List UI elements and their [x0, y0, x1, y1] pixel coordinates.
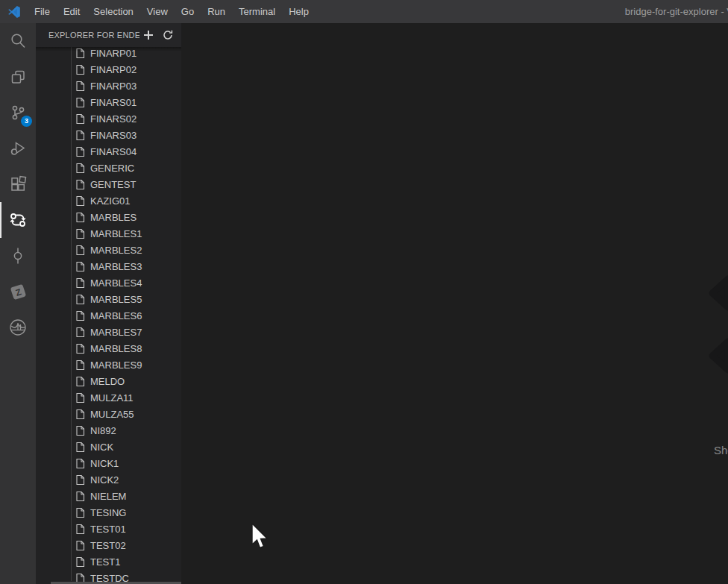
commit-line-icon: [9, 247, 27, 265]
search-icon: [9, 32, 27, 50]
extensions-icon: [9, 175, 27, 193]
tree-item[interactable]: MARBLES2: [36, 242, 181, 258]
file-icon: [75, 212, 85, 223]
tree-item[interactable]: MARBLES8: [36, 340, 181, 357]
tree-item[interactable]: MARBLES4: [36, 274, 181, 291]
tree-item-label: TEST1: [90, 556, 120, 568]
file-icon: [75, 392, 85, 404]
bridge-globe-icon: [8, 318, 28, 337]
tree-item[interactable]: FINARP03: [36, 78, 181, 94]
activitybar-item-commit-plumb[interactable]: [0, 238, 36, 274]
file-icon: [75, 277, 85, 289]
menu-terminal[interactable]: Terminal: [232, 4, 282, 19]
add-button[interactable]: [139, 26, 157, 44]
file-icon: [75, 327, 85, 338]
tree-item-label: MARBLES4: [90, 277, 142, 289]
menu-go[interactable]: Go: [175, 4, 201, 19]
zowe-icon: Z: [10, 283, 25, 299]
tree-item-label: MARBLES2: [90, 245, 142, 256]
tree-item[interactable]: TESING: [36, 504, 181, 521]
activitybar-item-run-debug[interactable]: [0, 131, 36, 166]
activitybar-item-zowe[interactable]: Z: [0, 274, 36, 310]
menu-help[interactable]: Help: [282, 4, 316, 19]
tree-item[interactable]: KAZIG01: [36, 192, 181, 209]
sidebar-header: EXPLORER FOR ENDE...: [36, 23, 181, 47]
activitybar-item-extensions[interactable]: [0, 166, 36, 202]
tree-item[interactable]: GENERIC: [36, 160, 181, 176]
tree-item-label: MARBLES5: [90, 294, 142, 305]
tree-item[interactable]: NICK: [36, 439, 181, 455]
sync-arrows-icon: [8, 210, 28, 230]
element-tree[interactable]: FINARP01 FINARP02 FINARP03 FINARS01: [36, 47, 181, 584]
tree-item[interactable]: MARBLES5: [36, 291, 181, 307]
menu-run[interactable]: Run: [201, 4, 232, 19]
tree-item[interactable]: FINARS03: [36, 127, 181, 143]
tree-item-label: NICK2: [90, 474, 119, 486]
tree-item-label: MELDO: [90, 376, 125, 387]
tree-item[interactable]: FINARS02: [36, 110, 181, 127]
tree-item-label: MARBLES6: [90, 310, 142, 321]
activitybar-item-bridge-explorer[interactable]: [0, 310, 36, 345]
tree-item[interactable]: NICK2: [36, 471, 181, 488]
tree-item-label: TESING: [90, 507, 126, 518]
tree-item[interactable]: MARBLES3: [36, 258, 181, 274]
sidebar-title: EXPLORER FOR ENDE...: [48, 31, 139, 40]
menu-view[interactable]: View: [140, 4, 175, 19]
menu-edit[interactable]: Edit: [57, 4, 87, 19]
tree-item[interactable]: MARBLES: [36, 209, 181, 225]
tree-item[interactable]: FINARP02: [36, 61, 181, 78]
menu-selection[interactable]: Selection: [87, 4, 139, 19]
tree-item[interactable]: GENTEST: [36, 176, 181, 192]
file-icon: [75, 359, 85, 371]
file-icon: [75, 64, 85, 75]
vscode-logo-icon: [7, 4, 22, 19]
file-icon: [75, 376, 85, 387]
tree-item-label: TEST02: [90, 540, 126, 551]
tree-item-label: GENTEST: [90, 179, 136, 190]
tree-item[interactable]: NICK1: [36, 455, 181, 471]
tree-item[interactable]: TEST01: [36, 521, 181, 537]
file-icon: [75, 294, 85, 305]
watermark-logo-fragment: [704, 270, 728, 397]
file-icon: [75, 507, 85, 518]
file-icon: [75, 343, 85, 354]
tree-item-label: MARBLES1: [90, 228, 142, 239]
file-icon: [75, 130, 85, 141]
tree-item[interactable]: MULZA55: [36, 406, 181, 422]
tree-item[interactable]: MARBLES6: [36, 307, 181, 324]
source-control-badge: 3: [21, 116, 32, 127]
file-icon: [75, 442, 85, 453]
tree-item[interactable]: TEST1: [36, 553, 181, 570]
tree-item[interactable]: MARBLES7: [36, 324, 181, 340]
activitybar-item-search[interactable]: [0, 23, 36, 59]
menu-file[interactable]: File: [28, 4, 57, 19]
tree-item[interactable]: MULZA11: [36, 389, 181, 406]
tree-item-label: FINARP01: [90, 48, 136, 59]
tree-item-label: MARBLES8: [90, 343, 142, 354]
file-icon: [75, 556, 85, 568]
file-icon: [75, 458, 85, 469]
file-icon: [75, 113, 85, 125]
tree-item[interactable]: NIELEM: [36, 488, 181, 504]
tree-item[interactable]: MARBLES1: [36, 225, 181, 242]
copy-files-icon: [9, 68, 27, 86]
tree-item[interactable]: NI892: [36, 422, 181, 439]
tree-item[interactable]: TEST02: [36, 537, 181, 553]
file-icon: [75, 409, 85, 420]
file-icon: [75, 163, 85, 174]
activitybar-item-source-control[interactable]: 3: [0, 95, 36, 131]
file-icon: [75, 491, 85, 502]
tree-item-label: NICK: [90, 442, 113, 453]
activitybar-item-sync-bridge-for-git[interactable]: [0, 202, 36, 238]
tree-item[interactable]: MELDO: [36, 373, 181, 389]
activitybar-item-copy-files[interactable]: [0, 59, 36, 95]
tree-item[interactable]: FINARP01: [36, 47, 181, 61]
tree-item[interactable]: MARBLES9: [36, 357, 181, 373]
tree-item[interactable]: FINARS01: [36, 94, 181, 110]
tree-item[interactable]: FINARS04: [36, 143, 181, 160]
file-icon: [75, 195, 85, 207]
file-icon: [75, 179, 85, 190]
activity-bar: 3: [0, 23, 36, 584]
tree-item-label: GENERIC: [90, 163, 134, 174]
refresh-button[interactable]: [159, 26, 177, 44]
